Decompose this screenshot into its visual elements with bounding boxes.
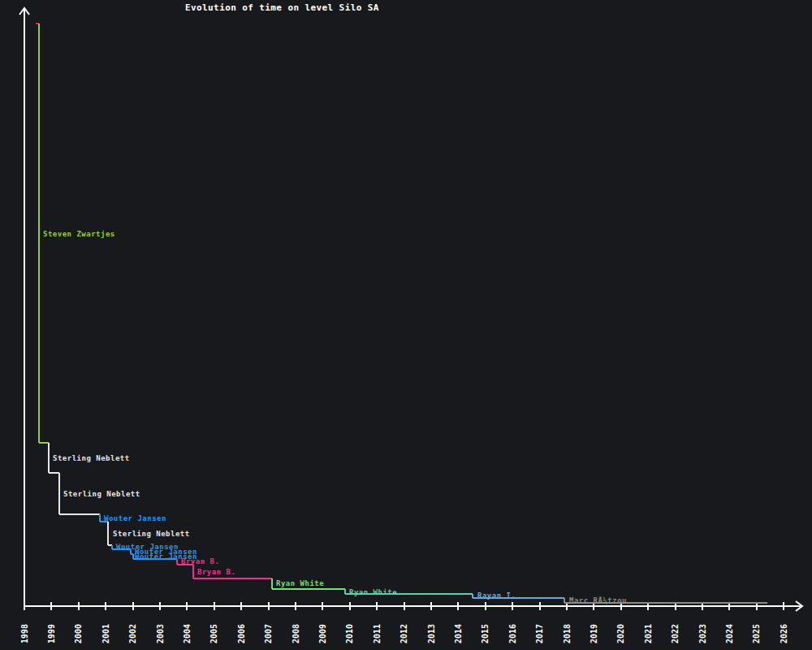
x-tick-label: 2015 [481, 624, 490, 644]
x-tick-label: 2017 [535, 624, 544, 644]
x-tick-label: 2021 [644, 624, 653, 644]
player-label: Bryan B. [181, 557, 219, 566]
x-tick-label: 2009 [318, 624, 327, 644]
x-tick-label: 2026 [780, 624, 788, 644]
x-tick-label: 2022 [671, 624, 680, 644]
player-label: Wouter Jansen [104, 514, 166, 522]
player-label: Rayan I. [477, 592, 516, 600]
x-tick-label: 2010 [345, 624, 354, 644]
x-tick-label: 2004 [183, 624, 192, 644]
x-tick-label: 1999 [47, 624, 56, 644]
x-tick-label: 2025 [752, 624, 761, 644]
player-label: Sterling Neblett [53, 454, 130, 462]
x-tick-label: 2003 [156, 624, 165, 644]
x-tick-label: 2005 [209, 624, 218, 644]
x-tick-label: 1998 [20, 624, 29, 644]
player-label: Bryan B. [197, 568, 235, 576]
player-label: Ryan White [276, 579, 324, 587]
x-tick-label: 2013 [427, 624, 436, 644]
x-tick-label: 2024 [725, 624, 734, 644]
x-tick-label: 2018 [563, 624, 572, 644]
x-tick-label: 2002 [128, 624, 137, 644]
x-tick-label: 2008 [292, 624, 300, 644]
player-label: Sterling Neblett [113, 530, 190, 538]
x-tick-label: 2016 [508, 624, 517, 644]
x-tick-label: 2011 [373, 624, 382, 644]
x-tick-label: 2014 [454, 624, 463, 644]
player-label: Steven Zwartjes [43, 230, 115, 238]
chart-root: Evolution of time on level Silo SA 19981… [0, 0, 812, 650]
player-label: Sterling Neblett [63, 490, 140, 498]
x-tick-label: 2023 [698, 624, 707, 644]
x-tick-label: 2012 [400, 624, 408, 644]
player-label: Marc RÃ¼tzou [569, 596, 627, 604]
x-tick-label: 2019 [590, 624, 598, 644]
x-tick-label: 2006 [237, 624, 246, 644]
x-tick-label: 2000 [74, 624, 83, 644]
x-tick-label: 2020 [616, 624, 625, 644]
record-progression-chart: 1998199920002001200220032004200520062007… [0, 0, 812, 650]
x-tick-label: 2001 [102, 624, 110, 644]
x-tick-label: 2007 [264, 624, 273, 644]
player-label: Ryan White [349, 588, 397, 596]
